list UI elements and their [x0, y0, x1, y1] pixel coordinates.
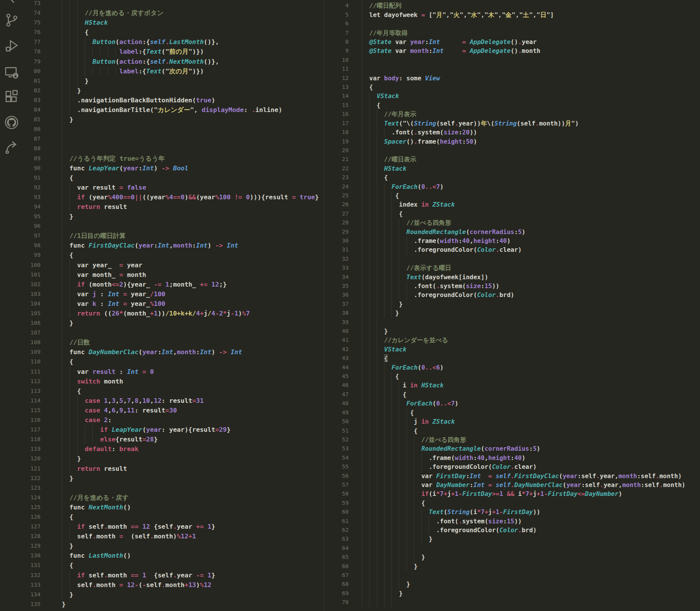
- line-number[interactable]: 132: [23, 570, 41, 580]
- code-line[interactable]: 130 func LastMonth(): [23, 551, 324, 560]
- code-line[interactable]: 30 .frame(width:40,height:40): [324, 236, 700, 245]
- code-line[interactable]: 102 if (month<=2){year_ -= 1;month_ += 1…: [23, 280, 324, 289]
- code-line[interactable]: 100 var year_ = year: [23, 260, 324, 270]
- line-number[interactable]: 38: [324, 309, 349, 317]
- code-line[interactable]: 69 }: [324, 589, 700, 598]
- code-line[interactable]: 116 case 2:: [23, 415, 324, 425]
- line-number[interactable]: 11: [324, 64, 349, 73]
- code-line[interactable]: 114 case 1,3,5,7,8,10,12: result=31: [23, 396, 324, 406]
- code-line[interactable]: 8 @State var year:Int = AppDelegate().ye…: [324, 37, 700, 46]
- line-number[interactable]: 68: [324, 580, 349, 589]
- line-number[interactable]: 93: [23, 192, 41, 202]
- code-line[interactable]: 4 //曜日配列: [324, 1, 700, 10]
- line-number[interactable]: 43: [324, 354, 349, 363]
- line-number[interactable]: 45: [324, 372, 349, 381]
- code-line[interactable]: 88: [23, 144, 324, 153]
- code-line[interactable]: 10: [324, 56, 700, 64]
- line-number[interactable]: 63: [324, 535, 349, 543]
- code-line[interactable]: 49 {: [324, 408, 700, 417]
- code-line[interactable]: 59 {: [324, 499, 700, 507]
- line-number[interactable]: 19: [324, 137, 349, 146]
- line-number[interactable]: 129: [23, 541, 41, 551]
- code-line[interactable]: 13 {: [324, 83, 700, 92]
- remote-explorer-icon[interactable]: [4, 65, 19, 80]
- code-line[interactable]: 19 Spacer().frame(height:50): [324, 137, 700, 146]
- code-line[interactable]: 125 func NextMonth(): [23, 502, 324, 512]
- line-number[interactable]: 62: [324, 526, 349, 535]
- line-number[interactable]: 18: [324, 128, 349, 137]
- line-number[interactable]: 16: [324, 110, 349, 119]
- code-line[interactable]: 64: [324, 544, 700, 553]
- line-number[interactable]: 133: [23, 580, 41, 590]
- code-line[interactable]: 90 func LeapYear(year:Int) -> Bool: [23, 163, 324, 173]
- line-number[interactable]: 134: [23, 590, 41, 599]
- line-number[interactable]: 128: [23, 531, 41, 541]
- line-number[interactable]: 127: [23, 522, 41, 531]
- code-line[interactable]: 33 //表示する曜日: [324, 263, 700, 272]
- line-number[interactable]: 79: [23, 57, 41, 66]
- line-number[interactable]: 83: [23, 95, 41, 105]
- line-number[interactable]: 34: [324, 273, 349, 282]
- code-line[interactable]: 47 {: [324, 390, 700, 399]
- line-number[interactable]: 60: [324, 507, 349, 516]
- code-line[interactable]: 74 //月を進める・戻すボタン: [23, 8, 324, 18]
- line-number[interactable]: 51: [324, 426, 349, 435]
- line-number[interactable]: 131: [23, 560, 41, 570]
- line-number[interactable]: 101: [23, 270, 41, 280]
- code-line[interactable]: 123: [23, 483, 324, 493]
- line-number[interactable]: 111: [23, 367, 41, 377]
- code-line[interactable]: 17 Text("\(String(self.year))年\(String(s…: [324, 119, 700, 128]
- line-number[interactable]: 87: [23, 134, 41, 144]
- code-line[interactable]: 12 var body: some View: [324, 74, 700, 83]
- code-line[interactable]: 79 Button(action:{self.NextMonth()},: [23, 57, 324, 66]
- line-number[interactable]: 26: [324, 200, 349, 209]
- line-number[interactable]: 80: [23, 66, 41, 76]
- code-line[interactable]: 18 .font(.system(size:20)): [324, 128, 700, 137]
- extensions-icon[interactable]: [4, 90, 19, 104]
- line-number[interactable]: 94: [23, 202, 41, 212]
- line-number[interactable]: 120: [23, 454, 41, 463]
- code-line[interactable]: 83 .navigationBarBackButtonHidden(true): [23, 95, 324, 105]
- line-number[interactable]: 9: [324, 46, 349, 55]
- code-line[interactable]: 38 }: [324, 309, 700, 317]
- code-line[interactable]: 61 .font(.system(size:15)): [324, 517, 700, 526]
- line-number[interactable]: 66: [324, 562, 349, 571]
- line-number[interactable]: 13: [324, 83, 349, 92]
- code-line[interactable]: 9 @State var month:Int = AppDelegate().m…: [324, 46, 700, 55]
- line-number[interactable]: 36: [324, 290, 349, 299]
- code-line[interactable]: 81 }: [23, 76, 324, 86]
- code-line[interactable]: 25 {: [324, 191, 700, 200]
- line-number[interactable]: 15: [324, 101, 349, 110]
- line-number[interactable]: 115: [23, 406, 41, 415]
- line-number[interactable]: 29: [324, 227, 349, 236]
- line-number[interactable]: 24: [324, 182, 349, 191]
- code-line[interactable]: 48 ForEach(0..<7): [324, 399, 700, 408]
- line-number[interactable]: 102: [23, 280, 41, 289]
- line-number[interactable]: 109: [23, 347, 41, 357]
- line-number[interactable]: 125: [23, 502, 41, 512]
- code-line[interactable]: 120 }: [23, 454, 324, 463]
- line-number[interactable]: 50: [324, 417, 349, 426]
- line-number[interactable]: 55: [324, 462, 349, 471]
- line-number[interactable]: 78: [23, 47, 41, 56]
- line-number[interactable]: 64: [324, 544, 349, 553]
- code-line[interactable]: 20: [324, 146, 700, 155]
- code-line[interactable]: 57 var DayNumber:Int = self.DayNumberCla…: [324, 480, 700, 489]
- line-number[interactable]: 10: [324, 56, 349, 64]
- line-number[interactable]: 53: [324, 444, 349, 453]
- code-line[interactable]: 101 var month_ = month: [23, 270, 324, 280]
- line-number[interactable]: 70: [324, 598, 349, 607]
- line-number[interactable]: 108: [23, 338, 41, 347]
- code-line[interactable]: 40 }: [324, 327, 700, 336]
- line-number[interactable]: 77: [23, 37, 41, 47]
- line-number[interactable]: 37: [324, 300, 349, 309]
- code-line[interactable]: 126 {: [23, 512, 324, 522]
- line-number[interactable]: 99: [23, 250, 41, 260]
- line-number[interactable]: 57: [324, 480, 349, 489]
- line-number[interactable]: 76: [23, 27, 41, 37]
- code-line[interactable]: 80 label:{Text("次の月")}): [23, 66, 324, 76]
- line-number[interactable]: 28: [324, 218, 349, 227]
- code-line[interactable]: 55 .foregroundColor(Color.clear): [324, 462, 700, 471]
- line-number[interactable]: 74: [23, 8, 41, 18]
- code-line[interactable]: 124 //月を進める・戻す: [23, 493, 324, 502]
